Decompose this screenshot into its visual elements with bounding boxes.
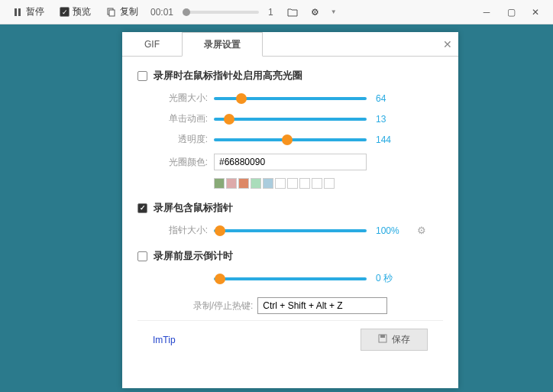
svg-rect-0 [15, 8, 17, 16]
pointer-size-label: 指针大小: [156, 224, 208, 237]
copy-icon [106, 7, 117, 18]
pointer-settings-icon[interactable]: ⚙ [417, 225, 426, 236]
color-swatch[interactable] [238, 178, 249, 189]
opacity-slider[interactable] [214, 138, 367, 141]
svg-rect-3 [109, 10, 115, 16]
toolbar: 暂停 预览 复制 00:01 1 ⚙ ▼ ─ ▢ ✕ [0, 0, 553, 24]
preview-checkbox-icon [60, 7, 70, 17]
tab-record-settings[interactable]: 录屏设置 [182, 32, 263, 57]
preview-label: 预览 [73, 5, 91, 18]
pointer-size-value: 100% [376, 225, 414, 236]
color-swatch[interactable] [251, 178, 261, 189]
preview-button[interactable]: 预览 [53, 2, 97, 21]
save-icon [378, 334, 387, 345]
cursor-title: 录屏包含鼠标指针 [154, 201, 233, 215]
close-button[interactable]: ✕ [524, 5, 547, 20]
settings-dialog: GIF 录屏设置 ✕ 录屏时在鼠标指针处启用高亮光圈 光圈大小: 64 单击动画… [122, 32, 458, 388]
minimize-button[interactable]: ─ [475, 5, 498, 20]
color-swatch[interactable] [263, 178, 273, 189]
countdown-checkbox[interactable] [137, 251, 147, 261]
tab-gif[interactable]: GIF [122, 32, 182, 56]
color-swatches [137, 178, 443, 189]
ring-size-thumb[interactable] [236, 93, 247, 104]
pause-icon [12, 7, 23, 18]
ring-size-value: 64 [376, 93, 414, 104]
pause-label: 暂停 [26, 5, 44, 18]
capture-background: GIF 录屏设置 ✕ 录屏时在鼠标指针处启用高亮光圈 光圈大小: 64 单击动画… [0, 24, 553, 392]
dropdown-icon[interactable]: ▼ [328, 7, 339, 18]
tab-bar: GIF 录屏设置 ✕ [122, 32, 458, 57]
color-swatch[interactable] [226, 178, 237, 189]
countdown-thumb[interactable] [215, 274, 225, 284]
highlight-checkbox[interactable] [137, 71, 147, 81]
color-swatch[interactable] [324, 178, 335, 189]
cursor-section: 录屏包含鼠标指针 指针大小: 100% ⚙ [137, 201, 443, 237]
ring-color-label: 光圈颜色: [156, 156, 208, 169]
copy-button[interactable]: 复制 [100, 2, 144, 21]
folder-icon[interactable] [287, 7, 298, 18]
ring-size-slider[interactable] [214, 97, 367, 100]
highlight-title: 录屏时在鼠标指针处启用高亮光圈 [154, 69, 302, 83]
cursor-checkbox[interactable] [137, 203, 147, 213]
dialog-close-icon[interactable]: ✕ [443, 38, 452, 50]
hotkey-input[interactable] [257, 297, 387, 314]
click-anim-slider[interactable] [214, 118, 367, 121]
frame-slider[interactable] [183, 11, 259, 14]
highlight-section: 录屏时在鼠标指针处启用高亮光圈 光圈大小: 64 单击动画: 13 透明度: 1… [137, 69, 443, 189]
opacity-value: 144 [376, 134, 414, 145]
color-swatch[interactable] [312, 178, 322, 189]
ring-color-input[interactable] [214, 154, 367, 170]
hotkey-label: 录制/停止热键: [193, 300, 254, 313]
imtip-link[interactable]: ImTip [153, 335, 176, 345]
copy-label: 复制 [120, 5, 138, 18]
opacity-label: 透明度: [156, 133, 208, 146]
svg-rect-5 [380, 335, 385, 338]
save-button[interactable]: 保存 [361, 329, 428, 351]
settings-icon[interactable]: ⚙ [310, 7, 321, 18]
color-swatch[interactable] [275, 178, 286, 189]
color-swatch[interactable] [299, 178, 310, 189]
click-anim-thumb[interactable] [224, 114, 234, 125]
color-swatch[interactable] [287, 178, 298, 189]
opacity-thumb[interactable] [282, 134, 293, 145]
frame-slider-thumb[interactable] [183, 8, 190, 16]
color-swatch[interactable] [214, 178, 225, 189]
time-display: 00:01 [150, 7, 173, 18]
countdown-title: 录屏前显示倒计时 [154, 249, 233, 263]
svg-rect-1 [18, 8, 21, 16]
pointer-size-thumb[interactable] [215, 225, 225, 236]
click-anim-label: 单击动画: [156, 112, 208, 125]
maximize-button[interactable]: ▢ [500, 5, 522, 20]
countdown-slider[interactable] [214, 277, 367, 280]
click-anim-value: 13 [376, 114, 414, 125]
pause-button[interactable]: 暂停 [6, 2, 50, 21]
countdown-section: 录屏前显示倒计时 0 秒 [137, 249, 443, 285]
ring-size-label: 光圈大小: [156, 92, 208, 105]
countdown-value: 0 秒 [376, 272, 414, 285]
save-label: 保存 [392, 333, 410, 346]
frame-number: 1 [268, 7, 273, 18]
pointer-size-slider[interactable] [214, 229, 367, 232]
